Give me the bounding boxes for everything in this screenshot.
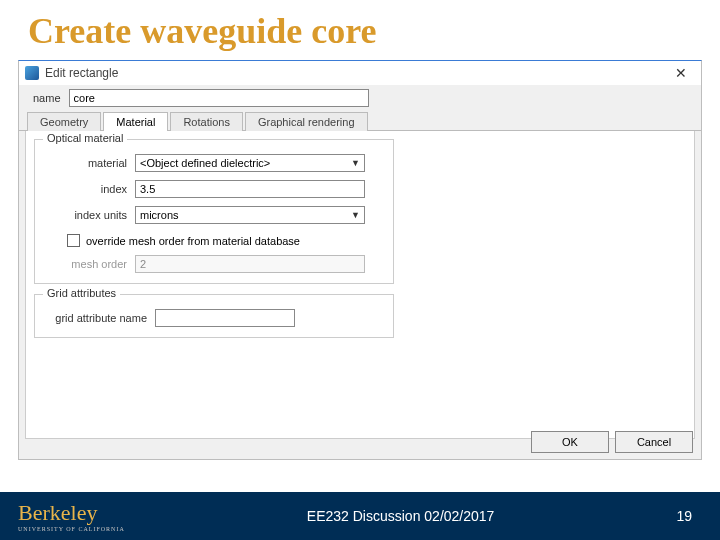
override-mesh-label: override mesh order from material databa… [86,235,300,247]
optical-material-group: Optical material material <Object define… [34,139,394,284]
mesh-order-input [135,255,365,273]
material-label: material [45,157,135,169]
grid-attribute-name-input[interactable] [155,309,295,327]
override-mesh-checkbox[interactable] [67,234,80,247]
dialog-titlebar: Edit rectangle ✕ [19,61,701,85]
app-icon [25,66,39,80]
page-number: 19 [676,508,720,524]
tab-material[interactable]: Material [103,112,168,131]
chevron-down-icon: ▼ [351,158,360,168]
name-input[interactable] [69,89,369,107]
ok-button[interactable]: OK [531,431,609,453]
index-input[interactable] [135,180,365,198]
dialog-title: Edit rectangle [45,66,118,80]
index-units-label: index units [45,209,135,221]
chevron-down-icon: ▼ [351,210,360,220]
name-label: name [33,92,61,104]
tab-geometry[interactable]: Geometry [27,112,101,131]
logo-subtext: UNIVERSITY OF CALIFORNIA [18,526,125,532]
tab-strip: Geometry Material Rotations Graphical re… [19,109,701,131]
edit-rectangle-dialog: Edit rectangle ✕ name Geometry Material … [18,60,702,460]
tab-rotations[interactable]: Rotations [170,112,242,131]
close-icon[interactable]: ✕ [667,63,695,83]
berkeley-logo: Berkeley UNIVERSITY OF CALIFORNIA [0,500,125,532]
grid-attributes-group: Grid attributes grid attribute name [34,294,394,338]
grid-attributes-title: Grid attributes [43,287,120,299]
material-select-value: <Object defined dielectric> [140,157,270,169]
tab-graphical-rendering[interactable]: Graphical rendering [245,112,368,131]
cancel-button[interactable]: Cancel [615,431,693,453]
override-mesh-row: override mesh order from material databa… [67,234,383,247]
index-units-value: microns [140,209,179,221]
slide-footer: Berkeley UNIVERSITY OF CALIFORNIA EE232 … [0,492,720,540]
logo-text: Berkeley [18,500,97,525]
material-tab-body: Optical material material <Object define… [25,131,695,439]
grid-attribute-name-label: grid attribute name [45,312,155,324]
name-row: name [19,85,701,109]
dialog-button-bar: OK Cancel [531,431,693,453]
index-units-select[interactable]: microns ▼ [135,206,365,224]
optical-material-title: Optical material [43,132,127,144]
slide-title: Create waveguide core [0,0,720,56]
material-select[interactable]: <Object defined dielectric> ▼ [135,154,365,172]
index-label: index [45,183,135,195]
footer-caption: EE232 Discussion 02/02/2017 [125,508,677,524]
mesh-order-label: mesh order [45,258,135,270]
